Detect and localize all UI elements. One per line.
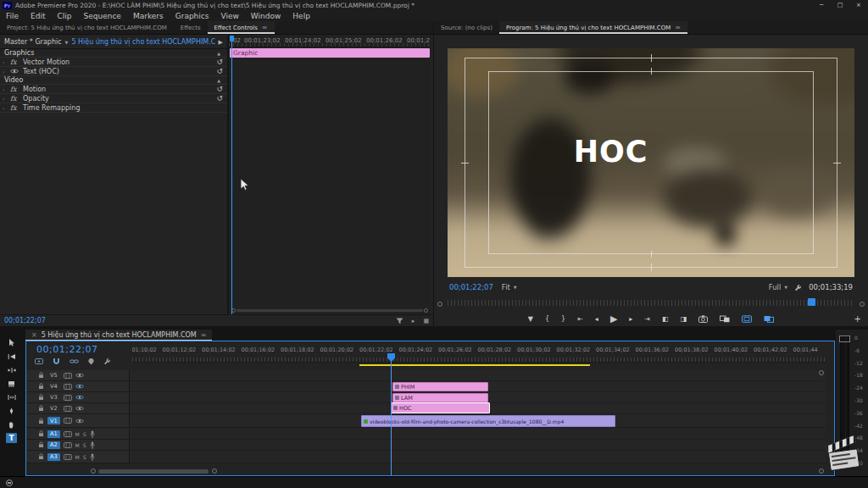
scrollbar-end-right[interactable] — [212, 469, 217, 474]
maximize-button[interactable]: □ — [831, 2, 849, 8]
keyframe-options-icon[interactable]: ▦ — [423, 318, 429, 324]
reset-effect-icon[interactable]: ↺ — [216, 58, 223, 66]
menu-help[interactable]: Help — [287, 12, 316, 20]
disclosure-caret-icon[interactable]: › — [3, 69, 8, 75]
button-editor-plus[interactable]: + — [854, 314, 861, 324]
lock-icon[interactable] — [38, 430, 44, 437]
track-toggle-icon[interactable] — [64, 406, 72, 412]
track-header-v3[interactable]: V3 — [26, 392, 130, 403]
export-frame-button[interactable] — [698, 315, 708, 323]
menu-clip[interactable]: Clip — [52, 12, 78, 20]
toggle-track-output-eye-icon[interactable] — [75, 395, 84, 400]
mark-out-button[interactable]: } — [561, 315, 565, 323]
play-audio-icon[interactable]: ▸ — [412, 318, 415, 324]
clip-lam[interactable]: LAM — [392, 393, 488, 402]
voiceover-record-mic-icon[interactable] — [90, 441, 95, 449]
solo-button[interactable]: S — [83, 442, 86, 448]
razor-tool[interactable] — [0, 377, 23, 391]
linked-selection-button[interactable] — [70, 358, 79, 364]
lock-icon[interactable] — [38, 453, 44, 460]
voiceover-record-mic-icon[interactable] — [90, 430, 95, 438]
effect-row-time-remapping[interactable]: ›fxTime Remapping — [0, 103, 227, 113]
extract-button[interactable]: ◨ — [681, 315, 687, 323]
slip-tool[interactable] — [0, 391, 23, 404]
disclosure-caret-icon[interactable]: › — [3, 105, 8, 111]
step-back-button[interactable]: ◂ — [595, 315, 598, 323]
effect-section-video[interactable]: Video▲ — [0, 76, 227, 85]
add-marker-button[interactable] — [88, 358, 94, 365]
track-header-v2[interactable]: V2 — [26, 403, 130, 414]
effect-row-opacity[interactable]: ›fxOpacity↺ — [0, 94, 227, 103]
left-panel-tab[interactable]: Project: 5 Hiệu ứng thú vị cho text HOCL… — [0, 21, 174, 34]
effect-row-motion[interactable]: ›fxMotion↺ — [0, 85, 227, 94]
zoom-out-handle[interactable] — [819, 469, 824, 474]
solo-button[interactable]: S — [83, 431, 86, 437]
menu-file[interactable]: File — [0, 12, 25, 20]
comparison-view-button[interactable] — [720, 315, 730, 323]
disclosure-caret-icon[interactable]: › — [3, 86, 8, 92]
track-target-v1[interactable]: V1 — [47, 417, 60, 424]
monitor-scrubber[interactable] — [437, 298, 865, 308]
program-video-frame[interactable]: HOC — [448, 48, 854, 277]
track-header-v5[interactable]: V5 — [26, 370, 130, 381]
minimize-button[interactable]: ─ — [812, 2, 831, 8]
menu-view[interactable]: View — [214, 12, 244, 20]
track-toggle-icon[interactable] — [64, 395, 72, 401]
vertical-scroll-handle[interactable] — [819, 370, 824, 375]
track-target-v3[interactable]: V3 — [47, 394, 60, 402]
play-button[interactable]: ▶ — [610, 313, 617, 324]
close-button[interactable]: × — [849, 2, 868, 8]
track-lane-a1[interactable] — [130, 429, 826, 440]
go-to-in-button[interactable]: ⇤ — [577, 315, 583, 323]
lock-icon[interactable] — [38, 383, 44, 390]
sequence-clip-link[interactable]: 5 Hiệu ứng thú vị cho text HOCLAMPHIM.CO… — [71, 38, 214, 46]
track-target-a1[interactable]: A1 — [47, 430, 60, 438]
timeline-timecode[interactable]: 00;01;22;07 — [36, 344, 98, 355]
track-toggle-icon[interactable] — [64, 418, 72, 424]
monitor-tab[interactable]: Program: 5 Hiệu ứng thú vị cho text HOCL… — [499, 21, 687, 34]
mute-button[interactable]: M — [75, 454, 80, 460]
lift-button[interactable]: ◧ — [662, 315, 669, 323]
pen-tool[interactable] — [0, 404, 23, 418]
lock-icon[interactable] — [38, 418, 44, 424]
program-position-timecode[interactable]: 00;01;22;07 — [449, 283, 493, 291]
safe-margins-button[interactable] — [742, 315, 752, 323]
scrubber-end-right[interactable] — [860, 302, 865, 307]
collapse-icon[interactable]: ▲ — [217, 78, 220, 83]
disclosure-caret-icon[interactable]: › — [3, 96, 8, 102]
graphic-clip-bar[interactable]: Graphic — [230, 48, 430, 58]
menu-markers[interactable]: Markers — [127, 12, 170, 20]
track-header-a1[interactable]: A1MS — [26, 429, 130, 440]
reset-effect-icon[interactable]: ↺ — [216, 67, 223, 75]
effect-section-graphics[interactable]: Graphics▲ — [0, 49, 227, 58]
track-toggle-icon[interactable] — [64, 454, 72, 460]
scrubber-ticks[interactable] — [448, 300, 854, 306]
track-toggle-icon[interactable] — [64, 373, 72, 379]
scrollbar-thumb[interactable] — [236, 309, 423, 312]
track-header-a3[interactable]: A3MS — [26, 451, 130, 463]
track-header-a2[interactable]: A2MS — [26, 440, 130, 451]
track-lane-v5[interactable] — [130, 370, 826, 381]
add-marker-button[interactable]: ▼ — [528, 315, 533, 323]
timeline-ruler[interactable]: 00;01;10;0200;01;12;0200;01;14;0200;01;1… — [132, 344, 826, 366]
track-toggle-icon[interactable] — [64, 442, 72, 448]
close-icon[interactable]: × — [31, 331, 37, 339]
track-select-forward-tool[interactable] — [0, 350, 23, 363]
effect-playhead[interactable] — [231, 36, 232, 314]
disclosure-caret-icon[interactable]: › — [3, 59, 8, 65]
monitor-settings-icon[interactable] — [794, 284, 802, 291]
clip-phim[interactable]: PHIM — [392, 382, 488, 391]
mark-in-button[interactable]: { — [545, 315, 549, 323]
type-tool[interactable]: T — [0, 431, 23, 445]
clip-videoblocks[interactable]: videoblocks-old-film-and-photo-camera-co… — [361, 415, 615, 427]
toggle-track-output-eye-icon[interactable] — [75, 406, 84, 411]
panel-menu-icon[interactable]: ≡ — [262, 24, 268, 31]
multicam-view-button[interactable] — [764, 315, 774, 323]
toggle-track-output-eye-icon[interactable] — [75, 373, 84, 378]
effect-controls-timecode[interactable]: 00;01;22;07 — [4, 317, 46, 324]
track-toggle-icon[interactable] — [64, 384, 72, 390]
lock-icon[interactable] — [38, 405, 44, 412]
toggle-track-output-eye-icon[interactable] — [75, 384, 84, 389]
track-target-a2[interactable]: A2 — [47, 441, 60, 449]
left-panel-tab[interactable]: Effects — [174, 21, 208, 34]
